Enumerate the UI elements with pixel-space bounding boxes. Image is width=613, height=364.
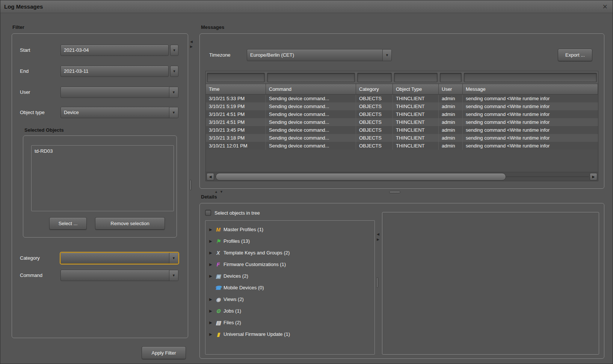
close-icon[interactable]: × — [602, 1, 607, 12]
tree-item[interactable]: ▶ ▣ Devices (2) — [205, 270, 374, 282]
log-row[interactable]: 3/10/21 5:33 PM Sending device command..… — [206, 95, 598, 102]
timezone-combobox[interactable]: Europe/Berlin (CET) ▼ — [247, 49, 392, 61]
expander-icon[interactable]: ▶ — [209, 262, 214, 266]
cell-category: OBJECTS — [356, 134, 393, 142]
cell-command: Sending device command... — [266, 118, 356, 126]
expander-icon[interactable]: ▶ — [209, 320, 214, 325]
user-filter-input[interactable] — [440, 73, 462, 82]
start-label: Start — [20, 45, 30, 56]
column-header[interactable]: Category — [356, 84, 393, 94]
horizontal-splitter-grip[interactable] — [389, 191, 400, 193]
tree-item[interactable]: ▶ ☎ Mobile Devices (0) — [205, 282, 374, 293]
command-filter-input[interactable] — [267, 73, 355, 82]
end-date-input[interactable]: 2021-03-11 — [60, 66, 169, 77]
apply-filter-button[interactable]: Apply Filter — [142, 346, 186, 359]
profiles-icon: ⚑ — [214, 238, 222, 244]
column-header[interactable]: User — [439, 84, 463, 94]
remove-selection-button[interactable]: Remove selection — [95, 217, 165, 230]
chevron-down-icon[interactable]: ▼ — [169, 107, 178, 118]
message-filter-input[interactable] — [464, 73, 597, 82]
details-splitter-grip[interactable] — [376, 277, 378, 288]
scroll-left-icon[interactable]: ◀ — [207, 173, 214, 180]
cell-object-type: THINCLIENT — [393, 134, 439, 142]
cell-category: OBJECTS — [356, 118, 393, 126]
expand-right-icon[interactable]: ▶ — [377, 238, 379, 241]
end-label: End — [20, 66, 29, 77]
tree-item[interactable]: ▶ X Template Keys and Groups (2) — [205, 247, 374, 259]
cell-user: admin — [439, 102, 463, 110]
expander-icon[interactable]: ▶ — [209, 251, 214, 255]
start-date-input[interactable]: 2021-03-04 — [60, 45, 169, 56]
collapse-left-icon[interactable]: ◀ — [190, 40, 193, 44]
log-row[interactable]: 3/10/21 4:51 PM Sending device command..… — [206, 118, 598, 126]
column-header[interactable]: Message — [463, 84, 598, 94]
log-row[interactable]: 3/10/21 3:45 PM Sending device command..… — [206, 126, 598, 134]
category-filter-input[interactable] — [357, 73, 392, 82]
log-row[interactable]: 3/10/21 5:19 PM Sending device command..… — [206, 102, 598, 110]
time-filter-input[interactable] — [207, 73, 265, 82]
expander-icon[interactable]: ▶ — [209, 239, 214, 243]
object-type-filter-input[interactable] — [394, 73, 438, 82]
timezone-label: Timezone — [209, 50, 231, 61]
selected-object-item[interactable]: td-RD03 — [35, 148, 171, 155]
cell-time: 3/10/21 4:51 PM — [206, 118, 266, 126]
command-combobox[interactable]: ▼ — [60, 270, 178, 281]
command-label: Command — [20, 270, 42, 281]
tree-item-label: Files (2) — [222, 320, 241, 325]
vertical-splitter-grip[interactable] — [190, 180, 192, 190]
start-date-dropdown-button[interactable]: ▼ — [170, 45, 178, 56]
column-header[interactable]: Object Type — [393, 84, 439, 94]
chevron-down-icon[interactable]: ▼ — [169, 253, 178, 263]
tree-item-label: Profiles (13) — [222, 238, 250, 244]
tree-item[interactable]: ▶ ◉ Views (2) — [205, 293, 374, 305]
expand-right-icon[interactable]: ▶ — [190, 45, 193, 48]
cell-time: 3/10/21 3:45 PM — [206, 126, 266, 134]
expander-icon[interactable]: ▶ — [209, 332, 214, 336]
selected-objects-list[interactable]: td-RD03 — [31, 145, 174, 211]
select-objects-button[interactable]: Select ... — [49, 217, 87, 230]
cell-command: Sending device command... — [266, 126, 356, 134]
titlebar[interactable]: Log Messages × — [0, 0, 613, 13]
message-detail-textarea[interactable] — [382, 212, 599, 355]
chevron-down-icon[interactable]: ▼ — [169, 270, 178, 281]
expander-icon[interactable]: ▶ — [209, 309, 214, 313]
filter-cell-time — [206, 71, 266, 84]
cell-time: 3/10/21 5:19 PM — [206, 102, 266, 110]
collapse-up-icon[interactable]: ▲ — [214, 190, 218, 194]
chevron-down-icon[interactable]: ▼ — [382, 50, 391, 61]
object-type-combobox[interactable]: Device ▼ — [60, 107, 178, 118]
cell-object-type: THINCLIENT — [393, 118, 439, 126]
log-row[interactable]: 3/10/21 12:01 PM Sending device command.… — [206, 142, 598, 150]
log-row[interactable]: 3/10/21 3:18 PM Sending device command..… — [206, 134, 598, 142]
tree-item-label: Devices (2) — [222, 273, 248, 279]
category-combobox[interactable]: ▼ — [60, 253, 178, 264]
chevron-down-icon[interactable]: ▼ — [169, 87, 178, 98]
expand-down-icon[interactable]: ▼ — [220, 190, 223, 194]
column-header[interactable]: Time — [206, 84, 266, 94]
end-date-dropdown-button[interactable]: ▼ — [170, 66, 178, 77]
user-value — [61, 87, 169, 98]
cell-message: sending command <Write runtime infor — [463, 95, 598, 102]
user-combobox[interactable]: ▼ — [60, 87, 178, 98]
export-button[interactable]: Export ... — [558, 49, 592, 61]
tree-item-label: Views (2) — [222, 296, 244, 302]
filter-cell-message — [463, 71, 598, 84]
scroll-right-icon[interactable]: ▶ — [590, 173, 597, 180]
tree-item[interactable]: ▶ F Firmware Customizations (1) — [205, 259, 374, 270]
tree-item[interactable]: ▶ ⚙ Jobs (1) — [205, 305, 374, 317]
tree-item[interactable]: ▶ ⚑ Profiles (13) — [205, 235, 374, 247]
collapse-left-icon[interactable]: ◀ — [377, 232, 379, 236]
tree-item[interactable]: ▶ ▮ Universal Firmware Update (1) — [205, 328, 374, 340]
column-header[interactable]: Command — [266, 84, 356, 94]
expander-icon[interactable]: ▶ — [209, 274, 214, 278]
log-row[interactable]: 3/10/21 4:51 PM Sending device command..… — [206, 110, 598, 118]
expander-icon[interactable]: ▶ — [209, 297, 214, 301]
scrollbar-thumb[interactable] — [216, 173, 506, 180]
horizontal-scrollbar[interactable]: ◀ ▶ — [206, 172, 598, 181]
expander-icon[interactable]: ▶ — [209, 227, 214, 232]
select-objects-in-tree-checkbox[interactable] — [205, 210, 211, 216]
master-profiles-icon: M — [214, 227, 222, 233]
tree-item[interactable]: ▶ ▤ Files (2) — [205, 317, 374, 328]
cell-user: admin — [439, 142, 463, 150]
tree-item[interactable]: ▶ M Master Profiles (1) — [205, 224, 374, 235]
